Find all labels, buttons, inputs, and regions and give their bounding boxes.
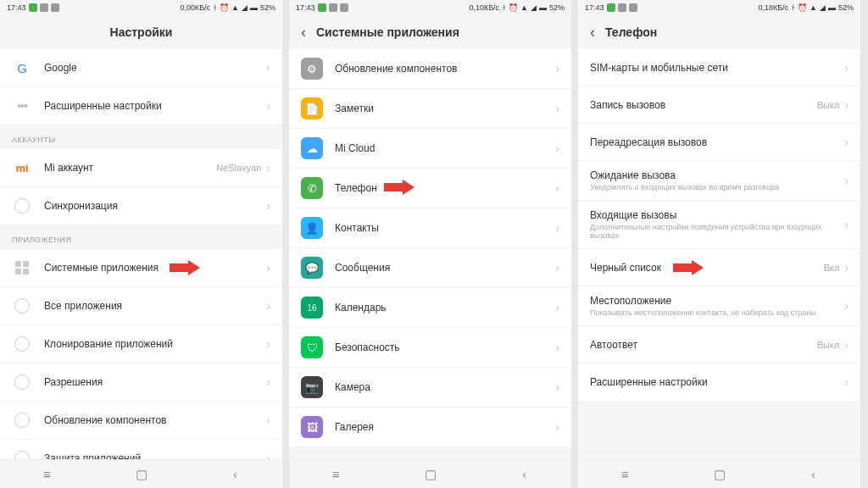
signal-icon: ◢	[531, 3, 537, 12]
bluetooth-icon: ᚼ	[213, 3, 217, 12]
battery-percent: 52%	[549, 3, 565, 12]
mi-icon: mi	[12, 158, 32, 178]
chevron-right-icon: ›	[844, 261, 849, 274]
nav-home-button[interactable]: ▢	[405, 467, 456, 482]
row-forwarding[interactable]: Переадресация вызовов ›	[578, 124, 860, 161]
row-label: Камера	[335, 381, 555, 393]
row-label: Mi Cloud	[335, 142, 555, 154]
row-incoming[interactable]: Входящие вызовы Дополнительные настройки…	[578, 201, 860, 249]
row-autoanswer[interactable]: Автоответ Выкл ›	[578, 326, 860, 363]
header: ‹ Системные приложения	[289, 15, 571, 49]
screenshot-panel-2: 17:43 0,10КБ/с ᚼ ⏰ ▲ ◢ ▬ 52% ‹ Системные…	[289, 0, 571, 488]
row-components-update[interactable]: ⚙ Обновление компонентов ›	[289, 49, 571, 89]
row-label: Запись вызовов	[590, 99, 817, 111]
row-label: Ожидание вызова	[590, 169, 844, 181]
row-calendar[interactable]: 16 Календарь ›	[289, 288, 571, 328]
chevron-right-icon: ›	[266, 337, 270, 351]
row-security[interactable]: 🛡 Безопасность ›	[289, 328, 571, 368]
row-sublabel: Уведомлять о входящих вызовах во время р…	[590, 183, 844, 191]
row-label: Расширенные настройки	[44, 100, 266, 112]
row-sync[interactable]: Синхронизация ›	[0, 187, 282, 225]
row-clone-apps[interactable]: Клонирование приложений ›	[0, 325, 282, 363]
row-gallery[interactable]: 🖼 Галерея ›	[289, 408, 571, 446]
row-label: Защита приложений	[44, 452, 266, 459]
system-apps-list[interactable]: ⚙ Обновление компонентов › 📄 Заметки › ☁…	[289, 49, 571, 459]
row-contacts[interactable]: 👤 Контакты ›	[289, 208, 571, 248]
nav-back-button[interactable]: ‹	[788, 467, 839, 481]
battery-icon: ▬	[250, 3, 258, 12]
row-all-apps[interactable]: Все приложения ›	[0, 287, 282, 325]
header: Настройки	[0, 15, 282, 49]
battery-icon: ▬	[539, 3, 547, 12]
status-bar: 17:43 0,10КБ/с ᚼ ⏰ ▲ ◢ ▬ 52%	[289, 0, 571, 15]
chevron-right-icon: ›	[555, 380, 559, 394]
back-button[interactable]: ‹	[590, 24, 595, 42]
row-advanced[interactable]: ••• Расширенные настройки ›	[0, 87, 282, 125]
section-accounts-title: АККАУНТЫ	[0, 125, 282, 149]
row-call-recording[interactable]: Запись вызовов Выкл ›	[578, 86, 860, 124]
phone-settings-list[interactable]: SIM-карты и мобильные сети › Запись вызо…	[578, 49, 860, 459]
back-button[interactable]: ‹	[301, 24, 306, 42]
wifi-icon: ▲	[810, 3, 817, 12]
camera-icon: 📷	[301, 376, 323, 398]
notes-icon: 📄	[301, 97, 323, 119]
row-sim[interactable]: SIM-карты и мобильные сети ›	[578, 49, 860, 86]
row-label: Телефон	[335, 182, 555, 194]
nav-home-button[interactable]: ▢	[116, 467, 167, 482]
calendar-icon: 16	[301, 297, 323, 319]
row-label: Галерея	[335, 421, 555, 433]
nav-back-button[interactable]: ‹	[499, 467, 550, 481]
nav-bar: ≡ ▢ ‹	[0, 459, 282, 488]
row-micloud[interactable]: ☁ Mi Cloud ›	[289, 129, 571, 169]
wifi-icon: ▲	[231, 3, 239, 12]
row-camera[interactable]: 📷 Камера ›	[289, 368, 571, 408]
row-label: Сообщения	[335, 262, 555, 274]
chevron-right-icon: ›	[266, 375, 270, 389]
row-phone[interactable]: ✆ Телефон ›	[289, 169, 571, 208]
chevron-right-icon: ›	[266, 161, 270, 175]
status-app-icon	[40, 3, 48, 12]
chevron-right-icon: ›	[266, 452, 270, 459]
row-location[interactable]: Местоположение Показывать местоположение…	[578, 286, 860, 326]
chevron-right-icon: ›	[555, 301, 559, 314]
row-google[interactable]: G Google ›	[0, 49, 282, 87]
row-messages[interactable]: 💬 Сообщения ›	[289, 248, 571, 288]
status-time: 17:43	[585, 3, 604, 12]
bluetooth-icon: ᚼ	[502, 3, 506, 12]
row-label: Mi аккаунт	[44, 162, 216, 174]
row-call-waiting[interactable]: Ожидание вызова Уведомлять о входящих вы…	[578, 161, 860, 201]
nav-recents-button[interactable]: ≡	[311, 467, 362, 481]
nav-recents-button[interactable]: ≡	[600, 467, 651, 481]
chevron-right-icon: ›	[844, 98, 849, 112]
chevron-right-icon: ›	[844, 136, 849, 149]
nav-back-button[interactable]: ‹	[210, 467, 261, 481]
row-label: Контакты	[335, 222, 555, 234]
settings-list[interactable]: G Google › ••• Расширенные настройки › А…	[0, 49, 282, 459]
row-label: Синхронизация	[44, 200, 266, 212]
row-advanced[interactable]: Расширенные настройки ›	[578, 363, 860, 401]
row-blacklist[interactable]: Черный список Вкл ›	[578, 249, 860, 286]
chevron-right-icon: ›	[266, 299, 270, 313]
chevron-right-icon: ›	[844, 218, 849, 231]
signal-icon: ◢	[820, 3, 826, 12]
nav-recents-button[interactable]: ≡	[22, 467, 73, 481]
row-permissions[interactable]: Разрешения ›	[0, 363, 282, 402]
row-app-protection[interactable]: Защита приложений ›	[0, 440, 282, 459]
status-time: 17:43	[7, 3, 26, 12]
page-title: Телефон	[605, 25, 657, 39]
row-notes[interactable]: 📄 Заметки ›	[289, 89, 571, 129]
status-bar: 17:43 0,00КБ/с ᚼ ⏰ ▲ ◢ ▬ 52%	[0, 0, 282, 15]
status-app-icon	[51, 3, 59, 12]
row-components[interactable]: Обновление компонентов ›	[0, 402, 282, 440]
shield-icon	[12, 448, 32, 459]
status-app-icon	[318, 3, 326, 12]
row-system-apps[interactable]: Системные приложения ›	[0, 249, 282, 287]
chevron-right-icon: ›	[266, 261, 270, 274]
nav-home-button[interactable]: ▢	[694, 467, 745, 482]
status-app-icon	[329, 3, 337, 12]
row-label: Расширенные настройки	[590, 376, 844, 388]
status-app-icon	[607, 3, 615, 12]
row-mi-account[interactable]: mi Mi аккаунт NeSlavyan ›	[0, 149, 282, 187]
nav-bar: ≡ ▢ ‹	[289, 459, 571, 488]
row-value: Выкл	[817, 340, 840, 350]
